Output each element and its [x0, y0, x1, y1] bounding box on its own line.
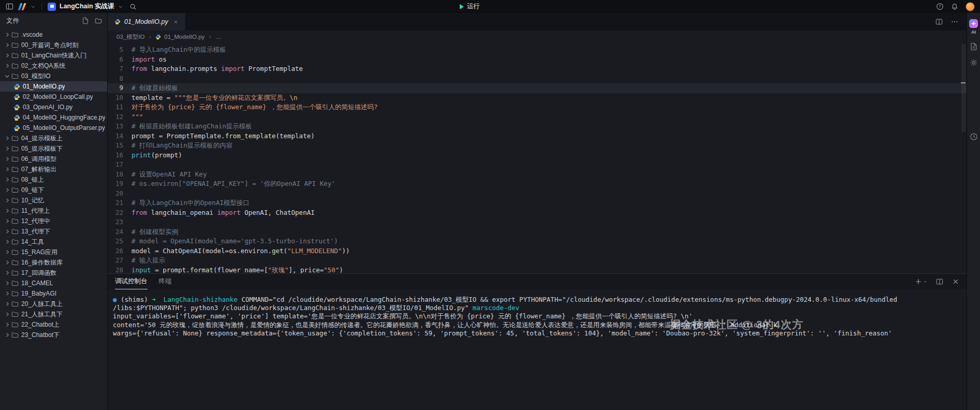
user-avatar[interactable]: [966, 2, 975, 11]
workspace-switcher[interactable]: LangChain 实战课: [48, 2, 123, 11]
line-number[interactable]: 8: [108, 74, 131, 84]
layout-sidebar-icon[interactable]: [5, 3, 13, 11]
line-number[interactable]: 28: [108, 266, 131, 274]
tree-folder-item[interactable]: 06_调用模型: [0, 154, 107, 164]
line-number[interactable]: 7: [108, 64, 131, 74]
history-clock-icon[interactable]: [970, 133, 978, 141]
tree-file-item[interactable]: 04_ModelIO_HuggingFace.py: [0, 112, 107, 123]
line-number[interactable]: 22: [108, 208, 131, 218]
code-line[interactable]: 22from langchain_openai import OpenAI, C…: [108, 208, 967, 218]
tree-file-item[interactable]: 03_OpenAI_IO.py: [0, 102, 107, 112]
tree-folder-item[interactable]: 18_CAMEL: [0, 278, 107, 288]
code-line[interactable]: 16print(prompt): [108, 151, 967, 160]
line-number[interactable]: 25: [108, 237, 131, 246]
tree-folder-item[interactable]: 17_回调函数: [0, 268, 107, 278]
code-area[interactable]: 5# 导入LangChain中的提示模板6import os7from lang…: [108, 43, 967, 273]
tree-folder-item[interactable]: 04_提示模板上: [0, 133, 107, 143]
code-line[interactable]: 17: [108, 160, 967, 170]
tree-folder-item[interactable]: 11_代理上: [0, 206, 107, 216]
line-number[interactable]: 23: [108, 217, 131, 227]
line-number[interactable]: 12: [108, 112, 131, 122]
code-line[interactable]: 24# 创建模型实例: [108, 227, 967, 237]
tree-folder-item[interactable]: 14_工具: [0, 237, 107, 247]
line-number[interactable]: 11: [108, 102, 131, 112]
code-line[interactable]: 28input = prompt.format(flower_name=["玫瑰…: [108, 266, 967, 274]
line-number[interactable]: 15: [108, 141, 131, 151]
code-line[interactable]: 19# os.environ["OPENAI_API_KEY"] = '你的Op…: [108, 179, 967, 189]
new-file-icon[interactable]: [82, 17, 89, 24]
tree-file-item[interactable]: 02_ModelIO_LoopCall.py: [0, 92, 107, 102]
split-editor-icon[interactable]: [935, 18, 943, 25]
tree-folder-item[interactable]: 05_提示模板下: [0, 143, 107, 154]
code-line[interactable]: 23: [108, 217, 967, 227]
code-line[interactable]: 6import os: [108, 55, 967, 65]
split-panel-icon[interactable]: [936, 278, 943, 285]
code-line[interactable]: 20: [108, 189, 967, 199]
tab-terminal[interactable]: 终端: [159, 274, 172, 289]
tree-folder-item[interactable]: 12_代理中: [0, 216, 107, 226]
new-folder-icon[interactable]: [95, 17, 102, 24]
line-number[interactable]: 16: [108, 151, 131, 160]
line-number[interactable]: 14: [108, 131, 131, 141]
tree-folder-item[interactable]: 02_文档QA系统: [0, 61, 107, 71]
marscode-logo-icon[interactable]: [19, 3, 25, 10]
tree-folder-item[interactable]: 01_LangChain快速入门: [0, 50, 107, 61]
code-line[interactable]: 5# 导入LangChain中的提示模板: [108, 45, 967, 55]
line-number[interactable]: 10: [108, 93, 131, 103]
code-line[interactable]: 21# 导入LangChain中的OpenAI模型接口: [108, 198, 967, 208]
tree-folder-item[interactable]: 19_BabyAGI: [0, 288, 107, 299]
code-line[interactable]: 8: [108, 74, 967, 84]
line-number[interactable]: 18: [108, 170, 131, 180]
line-number[interactable]: 13: [108, 122, 131, 131]
line-number[interactable]: 20: [108, 189, 131, 199]
code-line[interactable]: 14prompt = PromptTemplate.from_template(…: [108, 131, 967, 141]
tree-folder-item[interactable]: 09_链下: [0, 185, 107, 195]
tree-file-item[interactable]: 01_ModelIO.py: [0, 81, 107, 92]
tree-folder-item[interactable]: 03_模型IO: [0, 71, 107, 81]
line-number[interactable]: 21: [108, 198, 131, 208]
ai-assistant-button[interactable]: AI: [969, 19, 978, 35]
line-number[interactable]: 19: [108, 179, 131, 189]
code-line[interactable]: 12""": [108, 112, 967, 122]
tools-icon[interactable]: [970, 58, 978, 67]
tree-folder-item[interactable]: 10_记忆: [0, 195, 107, 206]
close-panel-icon[interactable]: [952, 278, 959, 285]
code-line[interactable]: 15# 打印LangChain提示模板的内容: [108, 141, 967, 151]
tree-folder-item[interactable]: 20_人脉工具上: [0, 299, 107, 309]
tree-folder-item[interactable]: 22_Chatbot上: [0, 319, 107, 330]
run-button[interactable]: 运行: [460, 0, 480, 13]
code-line[interactable]: 18# 设置OpenAI API Key: [108, 170, 967, 180]
line-number[interactable]: 17: [108, 160, 131, 170]
line-number[interactable]: 5: [108, 45, 131, 55]
tree-file-item[interactable]: 05_ModelIO_OutputParser.py: [0, 123, 107, 133]
notifications-bell-icon[interactable]: [950, 3, 959, 11]
tree-folder-item[interactable]: 08_链上: [0, 174, 107, 185]
more-actions-icon[interactable]: [951, 18, 958, 25]
tree-folder-item[interactable]: 15_RAG应用: [0, 247, 107, 257]
docs-icon[interactable]: [970, 42, 978, 51]
tree-folder-item[interactable]: 13_代理下: [0, 226, 107, 237]
line-number[interactable]: 24: [108, 227, 131, 237]
help-icon[interactable]: ?: [935, 3, 944, 11]
code-line[interactable]: 27# 输入提示: [108, 256, 967, 266]
tab-01-modelio[interactable]: 01_ModelIO.py: [108, 13, 186, 31]
tab-debug-console[interactable]: 调试控制台: [115, 274, 148, 289]
tab-close-icon[interactable]: [172, 18, 180, 26]
code-line[interactable]: 9# 创建原始模板: [108, 83, 967, 93]
editor-scrollbar[interactable]: [961, 44, 966, 132]
code-line[interactable]: 25# model = OpenAI(model_name='gpt-3.5-t…: [108, 237, 967, 246]
tree-folder-item[interactable]: 23_Chatbot下: [0, 330, 107, 340]
tree-folder-item[interactable]: 07_解析输出: [0, 164, 107, 174]
code-line[interactable]: 26model = ChatOpenAI(model=os.environ.ge…: [108, 246, 967, 256]
tree-folder-item[interactable]: 00_开篇词_奇点时刻: [0, 40, 107, 50]
search-icon[interactable]: [129, 3, 137, 11]
tree-folder-item[interactable]: 16_操作数据库: [0, 257, 107, 268]
tree-folder-item[interactable]: .vscode: [0, 30, 107, 40]
code-line[interactable]: 11对于售价为 {price} 元的 {flower_name} ，您能提供一个…: [108, 102, 967, 112]
code-line[interactable]: 10template = """您是一位专业的鲜花店文案撰写员。\n: [108, 93, 967, 103]
code-line[interactable]: 7from langchain.prompts import PromptTem…: [108, 64, 967, 74]
breadcrumb-file[interactable]: 01_ModelIO.py: [164, 34, 204, 40]
breadcrumb-folder[interactable]: 03_模型IO: [116, 33, 144, 41]
chevron-down-icon[interactable]: [31, 4, 36, 9]
line-number[interactable]: 9: [108, 83, 131, 93]
